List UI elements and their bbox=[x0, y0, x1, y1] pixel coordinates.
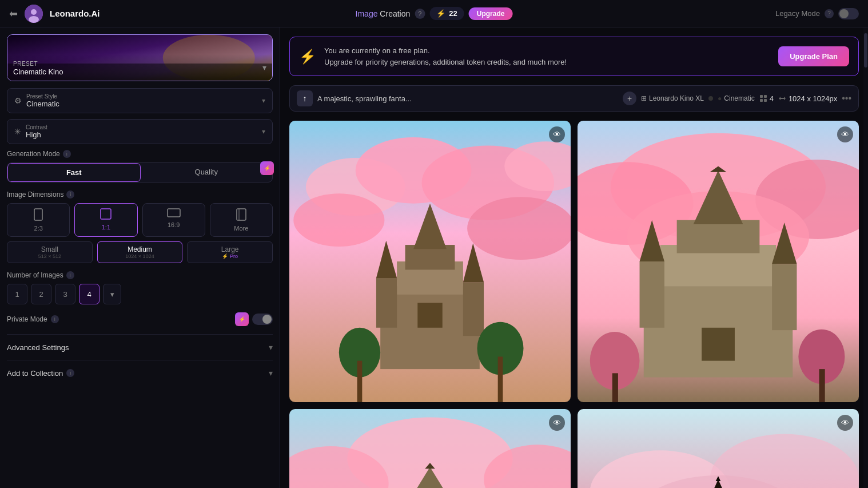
image-dimensions-section: Image Dimensions i 2:3 1:1 bbox=[7, 191, 273, 263]
castle-image-4 bbox=[578, 409, 859, 488]
ratio-16-9-icon bbox=[145, 208, 202, 220]
generation-mode-buttons: Fast Quality ⚡ bbox=[7, 162, 273, 182]
svg-point-20 bbox=[293, 193, 384, 247]
nav-title-creation: Creation bbox=[380, 9, 410, 18]
ratio-16-9-button[interactable]: 16:9 bbox=[142, 203, 205, 237]
more-ratios-button[interactable]: More bbox=[210, 203, 273, 237]
scrollbar-thumb[interactable] bbox=[864, 33, 867, 68]
advanced-settings-chevron-icon: ▾ bbox=[269, 343, 273, 352]
svg-rect-30 bbox=[417, 303, 442, 327]
generate-button[interactable]: ↑ bbox=[297, 90, 313, 106]
num-images-info-icon[interactable]: i bbox=[66, 271, 74, 279]
castle-image-1 bbox=[289, 121, 571, 402]
add-prompt-button[interactable]: + bbox=[623, 92, 636, 105]
number-of-images-section: Number of Images i 1 2 3 4 ▾ bbox=[7, 271, 273, 304]
view-icon-1[interactable]: 👁 bbox=[549, 126, 565, 142]
prompt-size-value: 1024 x 1024px bbox=[789, 94, 837, 103]
preset-value: Cinematic Kino bbox=[13, 68, 63, 76]
prompt-style: ● Cinematic bbox=[718, 94, 755, 102]
number-buttons: 1 2 3 4 ▾ bbox=[7, 284, 273, 304]
image-card-2[interactable]: 👁 bbox=[578, 121, 859, 402]
preset-card[interactable]: Preset Cinematic Kino ▾ bbox=[7, 34, 273, 81]
view-icon-4[interactable]: 👁 bbox=[837, 415, 853, 431]
prompt-row: ↑ A majestic, sprawling fanta... + ⊞ Leo… bbox=[289, 85, 859, 112]
prompt-model: ⊞ Leonardo Kino XL bbox=[641, 94, 704, 102]
preset-style-select[interactable]: ⚙ Preset Style Cinematic ▾ bbox=[7, 88, 273, 113]
large-size-button[interactable]: Large ⚡ Pro bbox=[187, 241, 273, 263]
upgrade-plan-button[interactable]: Upgrade Plan bbox=[778, 46, 849, 66]
prompt-more-button[interactable]: ••• bbox=[842, 93, 851, 104]
small-dims: 512 × 512 bbox=[10, 253, 90, 259]
add-to-collection-info-icon[interactable]: i bbox=[66, 369, 74, 377]
quality-badge: ⚡ bbox=[260, 161, 274, 175]
prompt-count-group: 4 bbox=[759, 94, 774, 103]
prompt-text[interactable]: A majestic, sprawling fanta... bbox=[317, 94, 618, 103]
legacy-help-icon[interactable]: ? bbox=[825, 9, 834, 18]
svg-rect-14 bbox=[764, 99, 767, 102]
svg-rect-8 bbox=[168, 209, 180, 217]
contrast-value: High bbox=[26, 130, 41, 139]
ratio-1-1-button[interactable]: 1:1 bbox=[74, 203, 137, 237]
num-dropdown-button[interactable]: ▾ bbox=[103, 284, 121, 304]
ratio-1-1-icon bbox=[77, 208, 134, 223]
preset-style-left: ⚙ Preset Style Cinematic bbox=[14, 93, 59, 108]
top-navigation: ⬅ Leonardo.Ai Image Creation ? ⚡ 22 Upgr… bbox=[0, 0, 868, 27]
image-card-3[interactable]: 👁 bbox=[289, 409, 571, 488]
prompt-style-dot: ● bbox=[718, 94, 722, 102]
upgrade-text-line1: You are currently on a free plan. bbox=[324, 45, 770, 57]
more-ratios-icon bbox=[213, 208, 270, 224]
medium-dims: 1024 × 1024 bbox=[100, 253, 180, 259]
nav-help-icon[interactable]: ? bbox=[415, 9, 425, 19]
num-2-button[interactable]: 2 bbox=[31, 284, 51, 304]
svg-rect-12 bbox=[764, 95, 767, 98]
add-to-collection-header[interactable]: Add to Collection i ▾ bbox=[7, 368, 273, 378]
num-3-button[interactable]: 3 bbox=[55, 284, 75, 304]
small-label: Small bbox=[41, 245, 58, 253]
num-4-button[interactable]: 4 bbox=[79, 284, 99, 304]
num-1-button[interactable]: 1 bbox=[7, 284, 27, 304]
advanced-settings-header[interactable]: Advanced Settings ▾ bbox=[7, 343, 273, 352]
token-counter: ⚡ 22 bbox=[429, 7, 464, 20]
prompt-count-icon bbox=[759, 94, 767, 102]
ratio-2-3-button[interactable]: 2:3 bbox=[7, 203, 70, 237]
private-mode-toggle[interactable] bbox=[252, 314, 273, 325]
num-images-label: Number of Images i bbox=[7, 271, 273, 279]
preset-style-icon: ⚙ bbox=[14, 96, 22, 105]
view-icon-3[interactable]: 👁 bbox=[549, 415, 565, 431]
private-mode-info-icon[interactable]: i bbox=[51, 315, 59, 323]
generation-mode-label: Generation Mode i bbox=[7, 150, 273, 158]
left-sidebar: Preset Cinematic Kino ▾ ⚙ Preset Style C… bbox=[0, 27, 280, 488]
nav-upgrade-button[interactable]: Upgrade bbox=[469, 7, 513, 20]
ratio-2-3-icon bbox=[10, 208, 67, 224]
quality-mode-button[interactable]: Quality bbox=[141, 163, 273, 182]
generation-mode-info-icon[interactable]: i bbox=[63, 150, 71, 158]
scrollbar-track[interactable] bbox=[863, 27, 868, 488]
private-mode-section: Private Mode i ⚡ bbox=[7, 312, 273, 326]
medium-size-button[interactable]: Medium 1024 × 1024 bbox=[97, 241, 183, 263]
back-button[interactable]: ⬅ bbox=[9, 7, 18, 20]
upgrade-banner: ⚡ You are currently on a free plan. Upgr… bbox=[289, 37, 859, 76]
preset-chevron-icon: ▾ bbox=[262, 63, 266, 72]
image-card-4[interactable]: 👁 bbox=[578, 409, 859, 488]
fast-mode-button[interactable]: Fast bbox=[7, 163, 141, 182]
svg-rect-34 bbox=[498, 356, 503, 402]
nav-title-image: Image bbox=[356, 9, 378, 18]
contrast-select[interactable]: ✳ Contrast High ▾ bbox=[7, 119, 273, 144]
legacy-mode-group: Legacy Mode ? bbox=[775, 8, 859, 19]
add-to-collection-chevron-icon: ▾ bbox=[269, 368, 273, 378]
svg-rect-6 bbox=[34, 209, 42, 220]
image-dimensions-info-icon[interactable]: i bbox=[66, 191, 74, 199]
gen-mode-toggle: Fast Quality bbox=[7, 162, 273, 182]
user-avatar[interactable] bbox=[25, 5, 43, 23]
prompt-size-group: 1024 x 1024px bbox=[778, 94, 837, 103]
prompt-separator-dot bbox=[708, 96, 713, 101]
prompt-count-value: 4 bbox=[770, 94, 774, 103]
legacy-mode-toggle[interactable] bbox=[838, 8, 859, 19]
contrast-label: Contrast bbox=[26, 124, 47, 130]
prompt-size-icon bbox=[778, 94, 786, 102]
small-size-button[interactable]: Small 512 × 512 bbox=[7, 241, 93, 263]
image-card-1[interactable]: 👁 bbox=[289, 121, 571, 402]
svg-point-21 bbox=[467, 197, 571, 260]
view-icon-2[interactable]: 👁 bbox=[837, 126, 853, 142]
private-mode-badge: ⚡ bbox=[235, 312, 249, 326]
